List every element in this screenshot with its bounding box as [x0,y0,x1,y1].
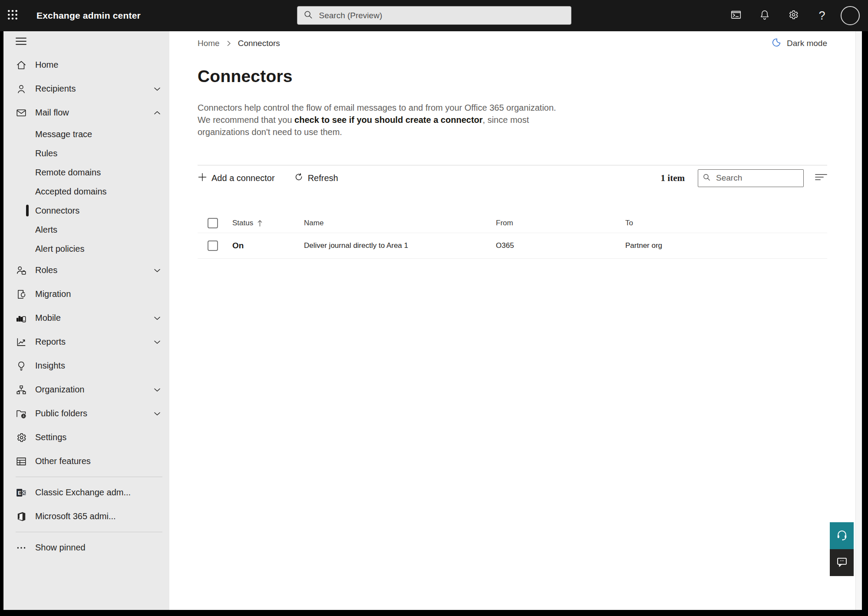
sidebar-item-rules[interactable]: Rules [3,144,169,163]
collapse-nav-button[interactable] [3,31,169,53]
help-button[interactable]: ? [812,6,832,26]
search-icon [703,173,711,183]
add-connector-button[interactable]: Add a connector [198,172,275,184]
settings-button[interactable] [783,6,803,26]
refresh-icon [294,172,304,184]
feedback-button[interactable] [830,549,854,576]
sidebar-item-label: Public folders [35,408,87,418]
sidebar-item-label: Rules [35,148,57,158]
powershell-button[interactable] [726,6,746,26]
chevron-down-icon [153,85,162,93]
table-grid-icon [16,456,27,467]
sidebar-item-label: Classic Exchange adm... [35,488,131,497]
column-header-to[interactable]: To [625,219,633,227]
sidebar-item-accepted-domains[interactable]: Accepted domains [3,182,169,201]
column-header-from[interactable]: From [496,219,513,227]
description-link[interactable]: check to see if you should create a conn… [294,115,482,125]
global-search-input[interactable] [319,11,565,20]
sidebar-item-label: Migration [35,289,71,299]
row-checkbox[interactable] [208,240,218,251]
sidebar-item-label: Home [35,60,58,70]
sidebar-item-alerts[interactable]: Alerts [3,220,169,239]
sidebar-item-roles[interactable]: Roles [3,258,169,282]
gear-icon [16,432,27,443]
sidebar-item-alert-policies[interactable]: Alert policies [3,239,169,258]
topbar-actions: ? [726,0,860,31]
sidebar-item-label: Settings [35,432,66,442]
page-description: Connectors help control the flow of emai… [198,102,568,138]
person-icon [16,83,27,95]
sidebar-item-organization[interactable]: Organization [3,378,169,402]
sidebar-item-label: Other features [35,456,91,466]
sidebar-item-label: Mail flow [35,108,69,118]
sidebar-item-settings[interactable]: Settings [3,425,169,449]
sidebar-item-label: Mobile [35,313,61,323]
dark-mode-toggle[interactable]: Dark mode [771,37,827,49]
sidebar-item-mail-flow[interactable]: Mail flow [3,101,169,125]
sidebar-item-message-trace[interactable]: Message trace [3,125,169,144]
app-launcher-button[interactable] [0,0,25,31]
sidebar-item-label: Alert policies [35,244,84,254]
global-search-box[interactable] [297,6,571,25]
sidebar-item-mobile[interactable]: Mobile [3,306,169,330]
gear-icon [788,9,799,22]
sidebar-item-show-pinned[interactable]: Show pinned [3,536,169,560]
chevron-down-icon [153,338,162,346]
line-chart-icon [16,336,27,348]
app-title: Exchange admin center [36,10,141,21]
hamburger-icon [16,37,26,47]
filter-icon [815,172,827,184]
headset-icon [835,528,848,543]
filter-button[interactable] [815,172,827,184]
support-button[interactable] [830,522,854,549]
breadcrumb: Home Connectors Dark mode [198,37,827,49]
notifications-button[interactable] [755,6,775,26]
sidebar-item-other-features[interactable]: Other features [3,449,169,473]
refresh-button[interactable]: Refresh [294,172,338,184]
sidebar-item-microsoft-365-admin[interactable]: Microsoft 365 admi... [3,504,169,528]
lightbulb-icon [16,360,27,372]
sidebar-item-label: Reports [35,337,66,347]
list-search-box[interactable] [698,169,804,187]
column-header-status[interactable]: Status [232,219,253,227]
breadcrumb-home-link[interactable]: Home [198,39,220,48]
connector-from: O365 [496,241,514,250]
sidebar-item-migration[interactable]: Migration [3,282,169,306]
dark-mode-label: Dark mode [787,39,827,48]
page-title: Connectors [198,67,862,86]
microsoft-365-logo-icon [16,511,27,522]
account-avatar[interactable] [841,6,860,25]
classic-exchange-logo-icon: E [16,487,27,498]
sidebar-item-public-folders[interactable]: Public folders [3,402,169,425]
sidebar-item-recipients[interactable]: Recipients [3,77,169,101]
sort-ascending-icon[interactable] [257,219,263,227]
table-row[interactable]: On Deliver journal directly to Area 1 O3… [198,233,827,259]
svg-text:E: E [18,490,21,496]
sidebar-item-reports[interactable]: Reports [3,330,169,354]
refresh-label: Refresh [308,173,338,183]
sidebar-item-classic-exchange-admin[interactable]: E Classic Exchange adm... [3,481,169,504]
question-mark-icon: ? [818,9,825,23]
sidebar-item-home[interactable]: Home [3,53,169,77]
sidebar-item-label: Remote domains [35,168,101,178]
sidebar-item-label: Alerts [35,225,57,235]
chat-bubble-icon [836,556,848,570]
migration-document-icon [16,289,27,300]
chevron-up-icon [153,109,162,117]
connector-name[interactable]: Deliver journal directly to Area 1 [304,241,408,250]
sidebar-item-label: Accepted domains [35,187,107,197]
table-header-row: Status Name From To [198,213,827,233]
chevron-down-icon [153,409,162,418]
add-connector-label: Add a connector [211,173,275,183]
list-search-input[interactable] [716,173,799,183]
waffle-icon [7,9,18,22]
sidebar-item-insights[interactable]: Insights [3,354,169,378]
home-icon [16,59,27,71]
sidebar-divider [16,532,162,532]
scrollbar-track[interactable] [855,31,862,610]
column-header-name[interactable]: Name [304,219,323,227]
select-all-checkbox[interactable] [208,218,218,228]
exchange-admin-center-window: Exchange admin center [0,0,868,616]
sidebar-item-connectors[interactable]: Connectors [3,201,169,220]
sidebar-item-remote-domains[interactable]: Remote domains [3,163,169,182]
